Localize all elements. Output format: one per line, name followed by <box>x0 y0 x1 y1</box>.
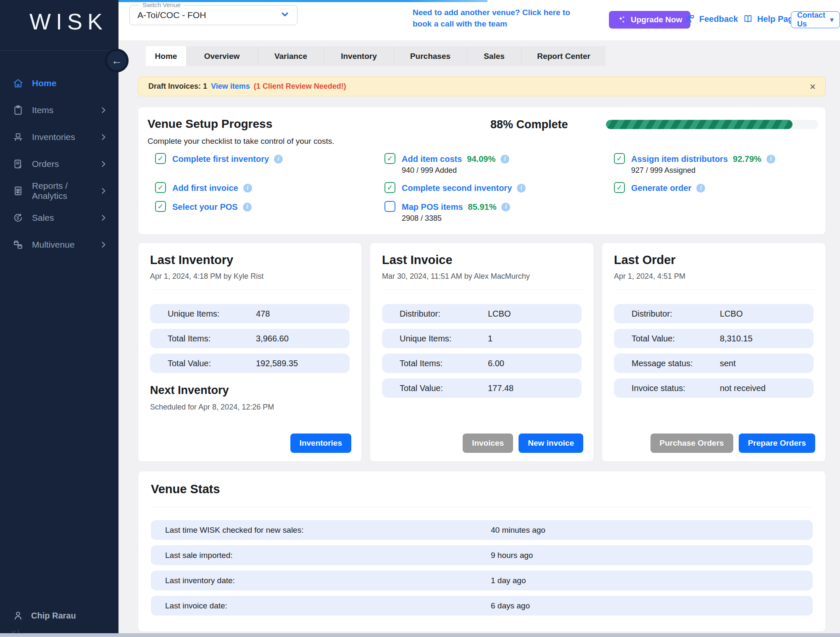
info-icon[interactable]: i <box>501 203 510 211</box>
stat-row: Last sale imported: 9 hours ago <box>151 545 813 565</box>
stat-value: 8,310.15 <box>720 334 753 344</box>
stat-value: 192,589.35 <box>256 359 298 368</box>
feedback-icon <box>685 14 695 24</box>
tab-overview[interactable]: Overview <box>186 46 258 66</box>
contact-us-label: Contact Us <box>797 11 827 29</box>
caret-down-icon: ▾ <box>830 15 834 24</box>
checklist-link[interactable]: Select your POS <box>172 201 238 213</box>
checkbox-checked-icon[interactable]: ✓ <box>155 201 166 212</box>
sidebar-item-sales[interactable]: $ Sales <box>0 204 118 231</box>
svg-text:$: $ <box>16 215 19 220</box>
tab-inventory[interactable]: Inventory <box>324 46 394 66</box>
stat-label: Invoice status: <box>632 383 720 393</box>
stat-value: not received <box>720 383 766 393</box>
user-name: Chip Rarau <box>31 611 76 621</box>
sidebar-item-inventories[interactable]: Inventories <box>0 124 118 151</box>
setup-checklist: ✓ Complete first inventory i ✓ Add first… <box>155 153 821 223</box>
checkbox-unchecked-icon[interactable] <box>384 201 395 212</box>
add-venue-link[interactable]: Need to add another venue? Click here to… <box>413 7 589 29</box>
checklist-link[interactable]: Assign item distributors <box>631 153 728 165</box>
checklist-subtext: 2908 / 3385 <box>402 213 510 223</box>
info-icon[interactable]: i <box>696 184 705 193</box>
contact-us-button[interactable]: Contact Us ▾ <box>791 11 840 28</box>
view-items-link[interactable]: View items <box>211 82 250 91</box>
main-area: Switch Venue A-Toi/COC - FOH Need to add… <box>118 0 840 637</box>
help-page-button[interactable]: Help Page <box>743 14 798 24</box>
tab-variance[interactable]: Variance <box>258 46 324 66</box>
tab-report-center[interactable]: Report Center <box>522 46 606 66</box>
sidebar: WISK Home Items <box>0 0 118 637</box>
stat-row: Total Items: 3,966.60 <box>150 329 350 348</box>
checkbox-checked-icon[interactable]: ✓ <box>384 182 395 193</box>
sidebar-item-reports-analytics[interactable]: Reports / Analytics <box>0 177 118 204</box>
prepare-orders-button[interactable]: Prepare Orders <box>739 433 815 453</box>
purchase-orders-button[interactable]: Purchase Orders <box>650 433 733 453</box>
stat-value: LCBO <box>488 309 511 319</box>
checklist-column-2: ✓ Add item costs 94.09% i 940 / 999 Adde… <box>384 153 614 223</box>
new-invoice-button[interactable]: New invoice <box>519 433 583 453</box>
divider <box>614 289 814 290</box>
checklist-link[interactable]: Complete first inventory <box>172 153 269 165</box>
stat-label: Total Value: <box>400 383 488 393</box>
info-icon[interactable]: i <box>274 155 283 164</box>
sidebar-item-orders[interactable]: Orders <box>0 151 118 177</box>
setup-progress-bar <box>606 120 818 129</box>
close-icon[interactable]: ✕ <box>809 82 816 92</box>
checkbox-checked-icon[interactable]: ✓ <box>614 182 625 193</box>
user-menu[interactable]: Chip Rarau <box>13 610 76 621</box>
info-icon[interactable]: i <box>243 184 252 193</box>
sales-refresh-dollar-icon: $ <box>13 212 24 223</box>
stat-label: Total Items: <box>400 359 488 368</box>
topbar: Switch Venue A-Toi/COC - FOH Need to add… <box>118 0 840 40</box>
checklist-link[interactable]: Map POS items <box>402 201 463 213</box>
tab-home[interactable]: Home <box>146 46 186 66</box>
info-icon[interactable]: i <box>517 184 526 193</box>
summary-cards-row: Last Inventory Apr 1, 2024, 4:18 PM by K… <box>138 243 826 462</box>
tab-purchases[interactable]: Purchases <box>394 46 467 66</box>
checklist-link[interactable]: Generate order <box>631 182 691 194</box>
info-icon[interactable]: i <box>500 155 509 164</box>
info-icon[interactable]: i <box>766 155 775 164</box>
sidebar-collapse-button[interactable]: ← <box>105 49 129 72</box>
feedback-button[interactable]: Feedback <box>685 14 738 24</box>
venue-stats-title: Venue Stats <box>151 482 813 496</box>
sidebar-item-items[interactable]: Items <box>0 97 118 124</box>
stat-row: Total Items: 6.00 <box>382 354 582 373</box>
sidebar-item-home[interactable]: Home <box>0 70 118 97</box>
divider <box>150 289 350 290</box>
last-inventory-card: Last Inventory Apr 1, 2024, 4:18 PM by K… <box>138 243 362 462</box>
checkbox-checked-icon[interactable]: ✓ <box>155 182 166 193</box>
checklist-item: ✓ Complete first inventory i <box>155 153 384 165</box>
sidebar-item-label: Multivenue <box>32 240 75 250</box>
info-icon[interactable]: i <box>243 203 252 211</box>
card-title: Last Order <box>614 253 814 267</box>
invoices-button[interactable]: Invoices <box>463 433 513 453</box>
checklist-link[interactable]: Add item costs <box>402 153 462 165</box>
stat-label: Unique Items: <box>400 334 488 344</box>
checklist-link[interactable]: Complete second inventory <box>402 182 512 194</box>
card-title: Last Invoice <box>382 253 582 267</box>
inventories-button[interactable]: Inventories <box>290 433 351 453</box>
checkbox-checked-icon[interactable]: ✓ <box>614 153 625 164</box>
stat-value: 478 <box>256 309 270 319</box>
sidebar-item-multivenue[interactable]: Multivenue <box>0 231 118 258</box>
chevron-right-icon <box>99 106 108 114</box>
sidebar-nav: Home Items Inventories <box>0 70 118 258</box>
stat-value: 9 hours ago <box>491 551 533 560</box>
page-loading-bar <box>118 0 487 2</box>
stat-label: Unique Items: <box>168 309 256 319</box>
checklist-item: ✓ Generate order i <box>614 182 821 194</box>
checkbox-checked-icon[interactable]: ✓ <box>384 153 395 164</box>
stat-label: Total Items: <box>168 334 256 344</box>
checklist-subtext: 927 / 999 Assigned <box>631 165 775 175</box>
checkbox-checked-icon[interactable]: ✓ <box>155 153 166 164</box>
stat-row: Total Value: 192,589.35 <box>150 354 350 373</box>
upgrade-now-button[interactable]: Upgrade Now <box>609 11 690 29</box>
checklist-percent: 92.79% <box>733 153 761 165</box>
setup-subtitle: Complete your checklist to take control … <box>147 137 334 146</box>
checklist-link[interactable]: Add first invoice <box>172 182 238 194</box>
stat-row: Total Value: 8,310.15 <box>614 329 814 348</box>
stat-value: 6 days ago <box>491 601 530 611</box>
tab-sales[interactable]: Sales <box>467 46 522 66</box>
content: Draft Invoices: 1 View items (1 Client R… <box>138 77 826 632</box>
